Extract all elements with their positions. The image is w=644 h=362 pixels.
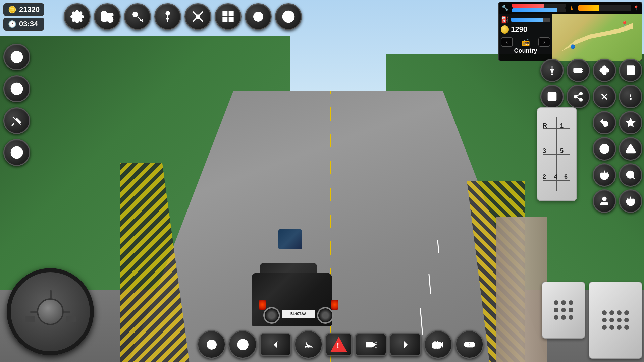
svg-line-57 — [577, 97, 580, 99]
svg-point-18 — [257, 15, 260, 18]
help-button[interactable] — [593, 137, 616, 161]
top-right-panel: 🔧 🌡 📍 ⛽ — [498, 2, 642, 61]
profile-button[interactable] — [593, 189, 616, 213]
svg-line-39 — [12, 123, 14, 126]
gearbox-button[interactable] — [154, 3, 181, 30]
gear-2: 2 — [543, 173, 546, 180]
svg-point-56 — [580, 98, 582, 101]
wheel-right — [317, 307, 334, 324]
undo-button[interactable] — [593, 111, 616, 134]
warning-button[interactable] — [619, 137, 642, 161]
svg-rect-13 — [223, 12, 227, 16]
wheel-btn-left[interactable] — [25, 316, 35, 322]
tire-button[interactable] — [3, 75, 30, 102]
right-row-1 — [540, 59, 642, 82]
road-dash-2 — [428, 274, 431, 294]
hazard-button[interactable] — [325, 333, 352, 356]
svg-rect-14 — [229, 12, 233, 16]
svg-line-27 — [18, 54, 19, 55]
nav-prev-button[interactable]: ‹ — [501, 37, 513, 47]
left-icons — [3, 44, 30, 166]
turn-left-button[interactable] — [260, 333, 291, 356]
coin-stat: 🪙 21320 — [3, 3, 44, 16]
bottom-controls — [104, 330, 577, 359]
svg-line-83 — [375, 347, 376, 347]
screwdriver-button[interactable] — [3, 107, 30, 134]
search-button[interactable] — [619, 163, 642, 187]
spark-plug-button[interactable] — [540, 59, 564, 82]
location-label: Country — [501, 47, 550, 55]
svg-line-79 — [245, 346, 246, 346]
taillight-right — [331, 300, 338, 310]
svg-point-62 — [630, 98, 631, 99]
gear-1: 1 — [560, 122, 564, 129]
headlight-button[interactable] — [355, 333, 387, 356]
star-button[interactable] — [619, 111, 642, 134]
svg-rect-84 — [433, 342, 440, 348]
svg-point-41 — [14, 150, 19, 155]
svg-rect-15 — [223, 18, 227, 22]
alert-button[interactable] — [619, 85, 642, 108]
key-button[interactable] — [124, 3, 151, 30]
dot — [561, 315, 566, 320]
svg-line-58 — [577, 94, 580, 96]
svg-marker-63 — [626, 118, 635, 127]
power2-button[interactable] — [619, 189, 642, 213]
wheel-btn-right[interactable] — [66, 316, 76, 322]
minimap[interactable]: 📍 🔵 — [552, 14, 642, 61]
battery-button[interactable] — [567, 59, 590, 82]
fan-button[interactable] — [593, 59, 616, 82]
status-bars: 🔧 🌡 📍 — [499, 2, 642, 14]
handbrake-button[interactable] — [197, 330, 226, 359]
wiper-button[interactable] — [294, 330, 323, 359]
dot — [554, 308, 558, 312]
door-button[interactable] — [619, 59, 642, 82]
fuel-bar-bg — [512, 8, 566, 12]
dot — [624, 325, 629, 330]
gear-R: R — [543, 122, 547, 129]
svg-point-12 — [196, 15, 200, 18]
health-bar-row — [512, 4, 566, 8]
fuel-bar-fill — [512, 8, 557, 12]
speedometer-button[interactable] — [3, 44, 30, 70]
share-button[interactable] — [567, 85, 590, 108]
nav-next-button[interactable]: › — [538, 37, 550, 47]
minimap-area: ⛽ 1290 ‹ 📻 › Country 📍 🔵 — [499, 14, 642, 61]
gold-value: 1290 — [511, 25, 527, 34]
map-pin-header: 📍 — [633, 5, 639, 11]
dot — [561, 300, 566, 305]
wheel-outer-ring — [7, 268, 94, 355]
gear-shift[interactable]: R 1 3 5 2 4 6 — [537, 107, 577, 201]
steering-wheel[interactable] — [7, 268, 94, 355]
svg-rect-52 — [550, 93, 554, 96]
close-button[interactable] — [593, 85, 616, 108]
settings-button[interactable] — [64, 3, 91, 30]
nav-label: 📻 — [522, 38, 530, 46]
coin-display: ⛽ 1290 ‹ 📻 › Country — [499, 14, 552, 61]
gear-5: 5 — [560, 147, 564, 155]
turn-right-button[interactable] — [389, 333, 421, 356]
engine-button[interactable] — [424, 330, 452, 359]
disc-brake-button[interactable] — [228, 330, 257, 359]
dot — [617, 325, 622, 330]
wheel-button[interactable] — [275, 3, 302, 30]
wrench-button[interactable] — [184, 3, 211, 30]
gas-dots — [598, 306, 633, 334]
dot — [569, 308, 573, 312]
dot — [602, 318, 607, 322]
medicine-button[interactable] — [94, 3, 121, 30]
car: BL·976AA — [245, 239, 339, 333]
token-button[interactable] — [245, 3, 272, 30]
gold-coin-icon — [501, 25, 509, 34]
fuel-row: ⛽ — [501, 16, 550, 24]
brake-button[interactable] — [3, 139, 30, 166]
power-button[interactable] — [593, 163, 616, 187]
svg-point-67 — [630, 151, 631, 151]
gold-row: 1290 — [501, 25, 550, 34]
transmission-button[interactable] — [215, 3, 241, 30]
save-button[interactable] — [540, 85, 564, 108]
svg-point-69 — [627, 171, 634, 178]
nav-arrows: ‹ 📻 › — [501, 37, 550, 47]
gas-pedal[interactable] — [589, 282, 642, 359]
chain-button[interactable] — [455, 330, 484, 359]
